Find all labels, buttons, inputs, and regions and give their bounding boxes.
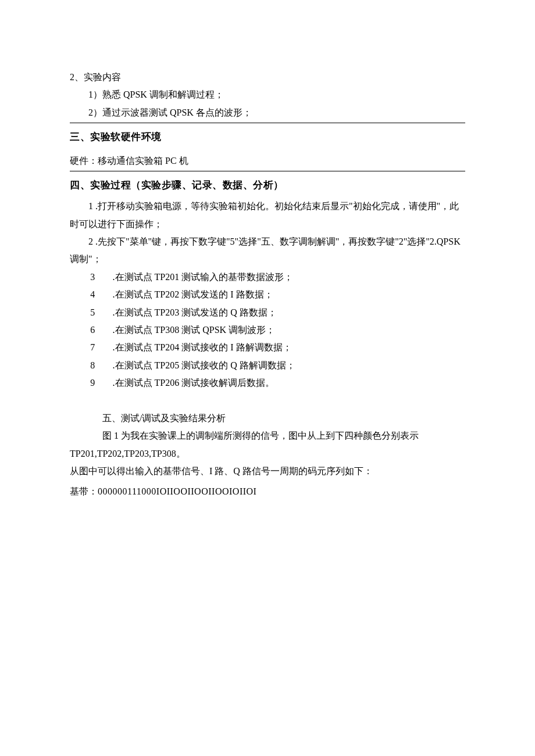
baseband-seq-line: 基带：000000111000IOIIOOIIOOIIOOIOIIOI (70, 483, 465, 500)
step-text: .在测试点 TP202 测试发送的 I 路数据； (113, 286, 465, 303)
baseband-digits: 000000111000 (98, 486, 156, 496)
step-num: 3 (88, 268, 113, 286)
hardware-line: 硬件：移动通信实验箱 PC 机 (70, 152, 465, 170)
spacer (70, 392, 465, 410)
section-4-title: 四、实验过程（实验步骤、记录、数据、分析） (70, 176, 465, 194)
step-9: 9 .在测试点 TP206 测试接收解调后数据。 (88, 374, 465, 392)
step-num: 8 (88, 357, 113, 374)
step-num: 6 (88, 321, 113, 339)
section-3-title: 三、实验软硬件环境 (70, 128, 465, 146)
step-text: .在测试点 TP206 测试接收解调后数据。 (113, 374, 465, 392)
step-num: 5 (88, 304, 113, 321)
step-text: .在测试点 TP203 测试发送的 Q 路数据； (113, 304, 465, 321)
section-2-heading: 2、实验内容 (70, 69, 465, 86)
section-2-item-2: 2）通过示波器测试 QPSK 各点的波形； (70, 104, 465, 121)
step-text: .在测试点 TP308 测试 QPSK 调制波形； (113, 321, 465, 339)
step-num: 4 (88, 286, 113, 303)
step-4: 4 .在测试点 TP202 测试发送的 I 路数据； (88, 286, 465, 303)
document-page: 2、实验内容 1）熟悉 QPSK 调制和解调过程； 2）通过示波器测试 QPSK… (0, 0, 535, 756)
section-5-title: 五、测试/调试及实验结果分析 (70, 410, 465, 427)
figure-caption-a: 图 1 为我在实验课上的调制端所测得的信号，图中从上到下四种颜色分别表示 (70, 427, 465, 445)
step-6: 6 .在测试点 TP308 测试 QPSK 调制波形； (88, 321, 465, 339)
figure-caption-b: TP201,TP202,TP203,TP308。 (70, 445, 465, 463)
steps-list: 3 .在测试点 TP201 测试输入的基带数据波形； 4 .在测试点 TP202… (88, 268, 465, 392)
step-8: 8 .在测试点 TP205 测试接收的 Q 路解调数据； (88, 357, 465, 374)
step-7: 7 .在测试点 TP204 测试接收的 I 路解调数据； (88, 339, 465, 356)
step-5: 5 .在测试点 TP203 测试发送的 Q 路数据； (88, 304, 465, 321)
step-text: .在测试点 TP201 测试输入的基带数据波形； (113, 268, 465, 286)
conclusion-line: 从图中可以得出输入的基带信号、I 路、Q 路信号一周期的码元序列如下： (70, 463, 465, 480)
step-text: .在测试点 TP205 测试接收的 Q 路解调数据； (113, 357, 465, 374)
baseband-label: 基带： (70, 486, 98, 496)
step-text: .在测试点 TP204 测试接收的 I 路解调数据； (113, 339, 465, 356)
step-2: 2 .先按下"菜单"键，再按下数字键"5"选择"五、数字调制解调"，再按数字键"… (70, 233, 465, 268)
divider-2 (70, 171, 465, 171)
step-3: 3 .在测试点 TP201 测试输入的基带数据波形； (88, 268, 465, 286)
baseband-tail: IOIIOOIIOOIIOOIOIIOI (156, 486, 257, 496)
step-num: 7 (88, 339, 113, 356)
step-num: 9 (88, 374, 113, 392)
step-1: 1 .打开移动实验箱电源，等待实验箱初始化。初始化结束后显示"初始化完成，请使用… (70, 198, 465, 233)
section-2-item-1: 1）熟悉 QPSK 调制和解调过程； (70, 86, 465, 103)
divider-1 (70, 123, 465, 123)
